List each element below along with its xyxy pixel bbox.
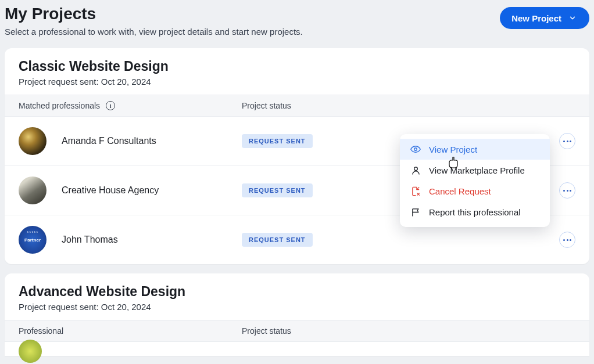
avatar[interactable] (19, 127, 46, 155)
new-project-label: New Project (511, 13, 561, 23)
ellipsis-icon (563, 239, 571, 241)
menu-view-project[interactable]: View Project (400, 139, 550, 160)
project-title: Classic Website Design (19, 59, 575, 74)
project-meta: Project request sent: Oct 20, 2024 (19, 302, 575, 312)
professional-name: Amanda F Consultants (62, 136, 156, 146)
project-card-header: Advanced Website Design Project request … (5, 273, 589, 320)
info-icon[interactable]: i (106, 101, 115, 110)
eye-icon (410, 144, 421, 154)
project-card-advanced: Advanced Website Design Project request … (5, 273, 589, 356)
status-badge: REQUEST SENT (242, 233, 313, 247)
column-professionals: Matched professionals i (19, 101, 242, 110)
menu-item-label: Report this professional (429, 207, 521, 217)
svg-point-0 (414, 148, 417, 151)
professional-name: Creative House Agency (62, 185, 159, 196)
column-professionals-label: Professional (19, 326, 63, 336)
avatar[interactable] (19, 340, 42, 363)
project-title: Advanced Website Design (19, 284, 575, 300)
avatar[interactable] (19, 176, 46, 204)
menu-item-label: View Project (429, 145, 477, 154)
ellipsis-icon (563, 140, 571, 142)
column-status-label: Project status (242, 326, 575, 336)
professional-name: John Thomas (62, 235, 118, 245)
project-meta: Project request sent: Oct 20, 2024 (19, 77, 575, 87)
page-header: My Projects Select a professional to wor… (0, 0, 594, 48)
avatar[interactable] (19, 226, 46, 254)
chevron-down-icon (567, 13, 578, 23)
columns-header: Matched professionals i Project status (5, 95, 589, 117)
menu-report-professional[interactable]: Report this professional (400, 201, 550, 222)
status-badge: REQUEST SENT (242, 134, 313, 148)
menu-view-profile[interactable]: View Marketplace Profile (400, 160, 550, 181)
row-actions-menu: View Project View Marketplace Profile Ca… (400, 134, 550, 227)
page-title: My Projects (5, 5, 303, 23)
column-professionals-label: Matched professionals (19, 101, 100, 110)
new-project-button[interactable]: New Project (500, 7, 589, 29)
flag-icon (410, 207, 421, 217)
columns-header: Professional Project status (5, 320, 589, 342)
svg-point-1 (414, 167, 417, 170)
menu-item-label: View Marketplace Profile (429, 165, 525, 175)
cancel-document-icon (410, 186, 421, 196)
status-badge: REQUEST SENT (242, 183, 313, 197)
ellipsis-icon (563, 190, 571, 192)
more-actions-button[interactable] (559, 182, 575, 199)
more-actions-button[interactable] (559, 232, 575, 248)
column-professionals: Professional (19, 326, 242, 336)
page-subtitle: Select a professional to work with, view… (5, 27, 303, 37)
menu-cancel-request[interactable]: Cancel Request (400, 181, 550, 201)
more-actions-button[interactable] (559, 133, 575, 149)
column-status-label: Project status (242, 101, 575, 110)
person-icon (410, 165, 421, 175)
project-card-header: Classic Website Design Project request s… (5, 48, 589, 95)
menu-item-label: Cancel Request (429, 186, 491, 196)
professional-row (5, 342, 589, 356)
